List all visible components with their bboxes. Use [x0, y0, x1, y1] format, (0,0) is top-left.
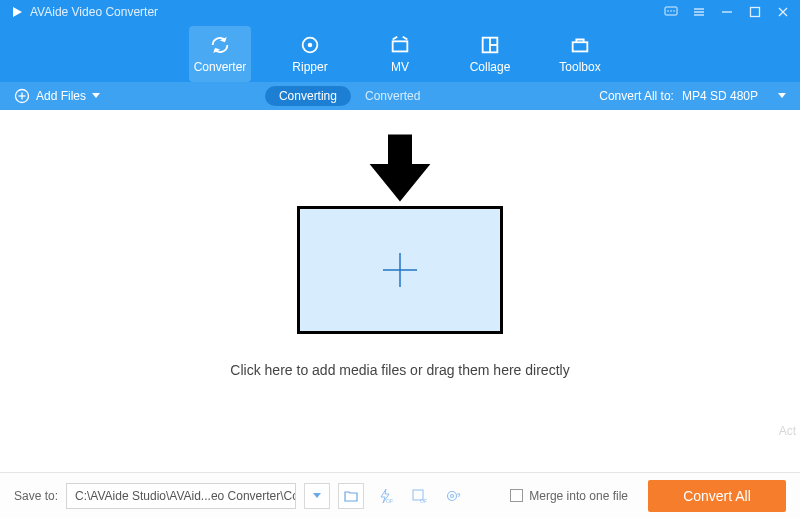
svg-point-4: [673, 10, 675, 12]
add-files-label: Add Files: [36, 89, 86, 103]
svg-point-15: [308, 43, 313, 48]
chevron-down-icon: [313, 492, 321, 500]
chevron-down-icon: [778, 92, 786, 100]
svg-marker-26: [92, 93, 100, 98]
convert-all-to: Convert All to: MP4 SD 480P: [599, 89, 786, 103]
tab-label: Collage: [470, 60, 511, 74]
svg-rect-22: [573, 42, 588, 51]
plus-circle-icon: [14, 88, 30, 104]
toolbox-icon: [569, 34, 591, 56]
tab-converter[interactable]: Converter: [189, 26, 251, 82]
settings-button[interactable]: [440, 483, 466, 509]
svg-marker-0: [13, 7, 22, 17]
tab-label: MV: [391, 60, 409, 74]
menu-icon[interactable]: [692, 5, 706, 19]
svg-marker-31: [313, 493, 321, 498]
svg-rect-9: [751, 8, 760, 17]
output-path[interactable]: C:\AVAide Studio\AVAid...eo Converter\Co…: [66, 483, 296, 509]
save-to-label: Save to:: [14, 489, 58, 503]
close-icon[interactable]: [776, 5, 790, 19]
tab-toolbox[interactable]: Toolbox: [549, 26, 611, 82]
main-area: Click here to add media files or drag th…: [0, 110, 800, 472]
tab-mv[interactable]: MV: [369, 26, 431, 82]
convert-all-button[interactable]: Convert All: [648, 480, 786, 512]
mv-icon: [389, 34, 411, 56]
app-title: AVAide Video Converter: [30, 5, 158, 19]
output-format-value: MP4 SD 480P: [682, 89, 758, 103]
gear-icon: [445, 488, 461, 504]
tab-label: Converter: [194, 60, 247, 74]
merge-label: Merge into one file: [529, 489, 628, 503]
status-segment: Converting Converted: [265, 86, 434, 106]
sub-toolbar: Add Files Converting Converted Convert A…: [0, 82, 800, 110]
merge-checkbox[interactable]: Merge into one file: [510, 489, 628, 503]
path-dropdown-button[interactable]: [304, 483, 330, 509]
drop-text: Click here to add media files or drag th…: [230, 362, 569, 378]
collage-icon: [479, 34, 501, 56]
tab-label: Toolbox: [559, 60, 600, 74]
svg-point-2: [667, 10, 669, 12]
svg-text:OFF: OFF: [420, 498, 427, 504]
ripper-icon: [299, 34, 321, 56]
speed-icon: OFF: [411, 488, 427, 504]
svg-text:OFF: OFF: [386, 498, 393, 504]
open-folder-button[interactable]: [338, 483, 364, 509]
convert-all-to-label: Convert All to:: [599, 89, 674, 103]
feedback-icon[interactable]: [664, 5, 678, 19]
arrow-down-icon: [360, 128, 440, 208]
main-tabs: Converter Ripper MV Collage Toolbox: [0, 24, 800, 82]
tab-ripper[interactable]: Ripper: [279, 26, 341, 82]
minimize-icon[interactable]: [720, 5, 734, 19]
svg-line-17: [393, 37, 398, 40]
converter-icon: [209, 34, 231, 56]
tab-collage[interactable]: Collage: [459, 26, 521, 82]
checkbox-icon: [510, 489, 523, 502]
titlebar: AVAide Video Converter: [0, 0, 800, 24]
window-controls: [664, 5, 790, 19]
hw-accel-button[interactable]: OFF: [372, 483, 398, 509]
folder-icon: [344, 489, 358, 503]
svg-line-18: [403, 37, 408, 40]
maximize-icon[interactable]: [748, 5, 762, 19]
plus-icon: [377, 247, 423, 293]
svg-point-37: [451, 494, 454, 497]
high-speed-button[interactable]: OFF: [406, 483, 432, 509]
watermark-text: Act: [779, 424, 796, 438]
output-format-select[interactable]: MP4 SD 480P: [682, 89, 786, 103]
footer-bar: Save to: C:\AVAide Studio\AVAid...eo Con…: [0, 472, 800, 518]
lightning-icon: OFF: [377, 488, 393, 504]
app-logo-icon: [10, 5, 24, 19]
add-files-button[interactable]: Add Files: [14, 88, 100, 104]
svg-point-36: [448, 491, 457, 500]
chevron-down-icon: [92, 92, 100, 100]
drop-zone[interactable]: [297, 206, 503, 334]
svg-marker-28: [370, 134, 431, 201]
seg-converted[interactable]: Converted: [351, 86, 434, 106]
app-logo: AVAide Video Converter: [10, 5, 664, 19]
svg-marker-27: [778, 93, 786, 98]
svg-rect-16: [393, 41, 408, 51]
seg-converting[interactable]: Converting: [265, 86, 351, 106]
svg-point-3: [670, 10, 672, 12]
tab-label: Ripper: [292, 60, 327, 74]
